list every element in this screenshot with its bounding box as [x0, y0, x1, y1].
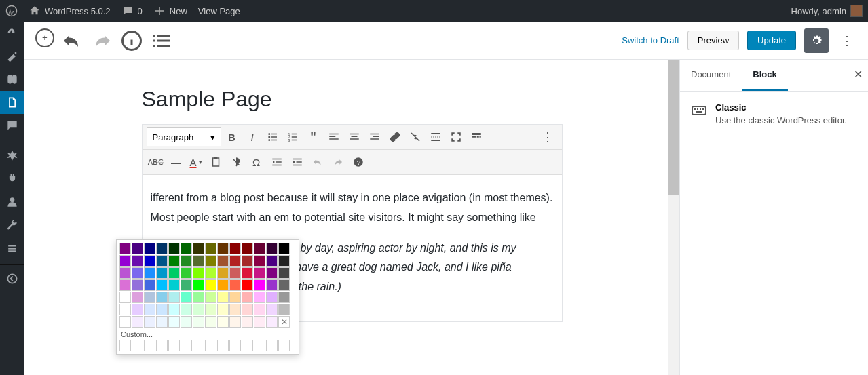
howdy[interactable]: Howdy, admin	[791, 5, 863, 17]
new-label: New	[170, 6, 187, 16]
site-title: WordPress 5.0.2	[45, 6, 111, 16]
new-link[interactable]: New	[153, 5, 187, 17]
comments-count: 0	[138, 6, 143, 16]
admin-bar: WordPress 5.0.2 0 New View Page Howdy, a…	[0, 0, 868, 22]
wp-logo[interactable]	[5, 5, 18, 17]
avatar	[850, 5, 863, 17]
site-home[interactable]: WordPress 5.0.2	[29, 5, 111, 17]
comments-link[interactable]: 0	[121, 5, 143, 17]
view-page-link[interactable]: View Page	[198, 6, 240, 16]
